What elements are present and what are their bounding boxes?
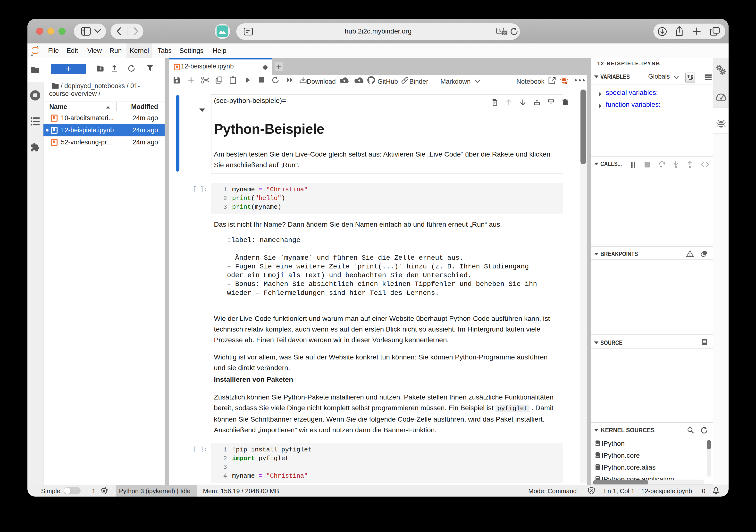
svg-text:文: 文: [503, 31, 506, 35]
svg-text:A: A: [499, 29, 501, 33]
